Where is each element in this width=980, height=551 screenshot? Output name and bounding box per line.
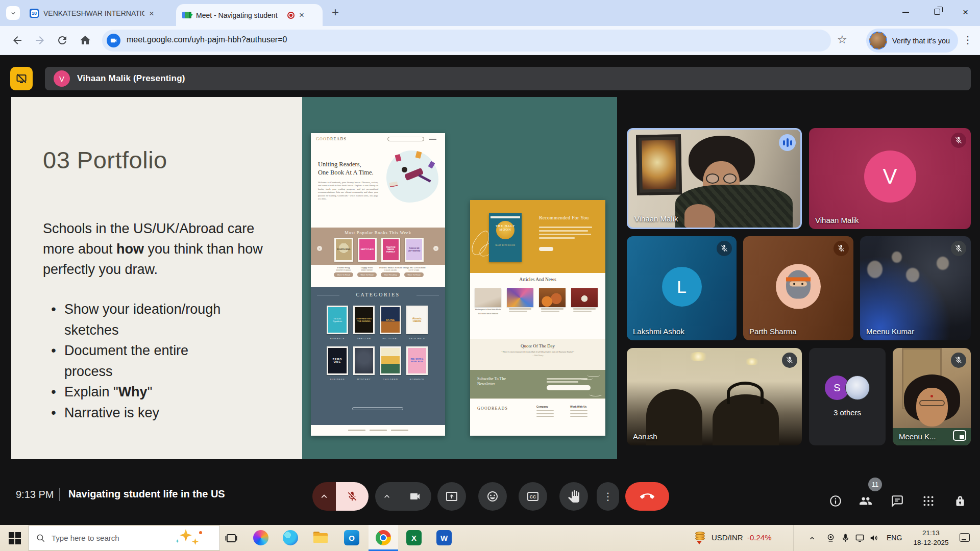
bookmark-star-icon[interactable]: ☆ <box>837 33 847 46</box>
tab-close-icon[interactable]: × <box>149 9 154 18</box>
hero-line1: Uniting Readers, <box>318 161 361 168</box>
book-cover: PRACTICE MAKES PERFECT <box>381 238 400 262</box>
language-indicator[interactable]: ENG <box>887 534 902 542</box>
excel-icon[interactable]: X <box>406 530 422 545</box>
tab-meet-active[interactable]: Meet - Navigating student × <box>176 4 323 26</box>
mic-off-icon <box>717 241 732 256</box>
more-options-button[interactable]: ⋮ <box>597 482 619 511</box>
participant-count-badge: 11 <box>868 478 882 491</box>
info-icon[interactable] <box>829 494 842 508</box>
file-explorer-icon[interactable] <box>313 530 328 545</box>
avatar: V <box>864 151 916 203</box>
reload-icon[interactable] <box>56 34 68 46</box>
home-icon[interactable] <box>79 34 91 46</box>
chat-icon[interactable] <box>891 494 904 508</box>
back-icon[interactable] <box>11 34 23 46</box>
divider <box>59 488 60 501</box>
reactions-button[interactable] <box>478 482 507 511</box>
market-ticker-icon[interactable] <box>694 532 707 544</box>
video-tile-meenu-kumar[interactable]: Meenu Kumar <box>860 236 971 340</box>
popular-header: Most Popular Books This Week <box>311 228 445 235</box>
smile-icon <box>486 490 499 503</box>
camera-control[interactable] <box>375 482 431 511</box>
hidden-icons-chevron-icon[interactable] <box>808 534 816 542</box>
browser-menu-icon[interactable]: ⋮ <box>963 34 973 46</box>
tab-close-icon[interactable]: × <box>299 11 304 19</box>
articles-section: Articles And News Shakespeare's First Fo… <box>470 273 605 339</box>
book-cover: THINGS WE LEFT BEHIND <box>405 238 424 262</box>
popular-books-titles: Fourth WingKRISTEN YARROSWant To Read Ha… <box>311 265 445 287</box>
video-tile-lakshmi[interactable]: L Lakshmi Ashok <box>627 236 737 340</box>
video-tile-parth[interactable]: Parth Sharma <box>743 236 853 340</box>
presentation-paused-icon[interactable] <box>10 67 33 90</box>
tab-calendar[interactable]: 18 VENKATESHWAR INTERNATION × <box>24 5 174 22</box>
mic-options-chevron-icon[interactable] <box>312 482 336 511</box>
video-tile-meenu-k[interactable]: Meenu K... <box>893 348 971 445</box>
google-meet-icon <box>182 12 191 18</box>
profile-chip[interactable]: Verify that it's you <box>866 29 958 53</box>
host-controls-icon[interactable] <box>953 494 967 508</box>
activities-icon[interactable] <box>922 494 935 508</box>
view-catalogue-pill <box>352 407 403 410</box>
goodreads-detail-mockup: THE HALF MOON MARY BETH KEANE Recommende… <box>470 200 605 436</box>
slide-bullets: •Show your ideation/rough sketches •Docu… <box>43 299 224 423</box>
popular-books-section: Most Popular Books This Week ‹ › FOURTH … <box>311 228 445 265</box>
hero-illustration <box>386 151 438 203</box>
video-tile-vihaan-initial[interactable]: V Vihaan Malik <box>809 128 971 229</box>
camera-options-chevron-icon[interactable] <box>375 482 399 511</box>
recommended-header: Recommended For You <box>539 215 596 220</box>
window-restore-button[interactable] <box>934 9 940 15</box>
hand-icon <box>568 490 580 503</box>
window-close-button[interactable]: × <box>963 7 968 18</box>
tray-time: 21:13 <box>908 528 954 538</box>
notification-center-icon[interactable] <box>960 533 970 542</box>
tray-mic-icon[interactable] <box>841 533 850 543</box>
edge-icon[interactable] <box>283 530 298 545</box>
ticker-pair[interactable]: USD/INR <box>712 533 743 542</box>
chrome-icon[interactable] <box>376 530 391 545</box>
video-tile-vihaan-camera[interactable]: Vihaan Malik <box>627 128 802 229</box>
forward-icon[interactable] <box>34 34 46 46</box>
ninja-avatar <box>776 264 821 309</box>
task-view-icon[interactable] <box>225 532 237 544</box>
start-button[interactable] <box>9 532 21 544</box>
video-tile-aarush[interactable]: Aarush <box>627 348 802 445</box>
others-count-label: 3 others <box>809 408 886 417</box>
search-placeholder: Type here to search <box>52 534 119 542</box>
participant-name: Vihaan Malik <box>634 214 678 223</box>
meet-now-icon[interactable] <box>826 533 836 543</box>
mic-off-icon <box>834 241 849 256</box>
captions-button[interactable]: CC <box>519 482 547 511</box>
raise-hand-button[interactable] <box>559 482 588 511</box>
present-button[interactable] <box>437 482 466 511</box>
book-cover: FOURTH WING <box>334 238 353 262</box>
camera-button[interactable] <box>399 482 431 511</box>
captions-icon: CC <box>527 490 539 503</box>
browser-tab-strip: 18 VENKATESHWAR INTERNATION × Meet - Nav… <box>0 0 980 26</box>
tab-search-chevron-icon[interactable] <box>6 6 20 20</box>
outlook-icon[interactable]: O <box>344 530 359 545</box>
ticker-change[interactable]: -0.24% <box>747 533 772 542</box>
clock[interactable]: 21:13 18-12-2025 <box>908 528 954 547</box>
audio-activity-icon <box>779 134 796 151</box>
window-minimize-button[interactable] <box>902 12 909 13</box>
word-icon[interactable]: W <box>436 530 452 545</box>
microphone-control[interactable] <box>312 482 369 511</box>
participant-name: Aarush <box>633 432 657 441</box>
display-icon[interactable] <box>855 533 865 543</box>
new-tab-button[interactable]: + <box>332 5 339 19</box>
volume-icon[interactable] <box>869 533 879 543</box>
video-tile-overflow[interactable]: S 3 others <box>809 348 886 445</box>
search-input[interactable]: Type here to search <box>28 525 220 550</box>
meeting-title: Navigating student life in the US <box>68 488 225 500</box>
participants-icon[interactable] <box>859 494 872 508</box>
end-call-button[interactable] <box>625 482 669 511</box>
mic-off-button[interactable] <box>336 482 369 511</box>
categories-section: CATEGORIES The Love Hypothesis STEPHEN K… <box>311 287 445 425</box>
screen: 18 VENKATESHWAR INTERNATION × Meet - Nav… <box>0 0 980 551</box>
copilot-icon[interactable] <box>253 530 268 545</box>
url-bar[interactable]: meet.google.com/uyh-pajm-hbh?authuser=0 <box>102 30 831 52</box>
picture-in-picture-icon[interactable] <box>953 430 966 441</box>
avatar <box>845 375 870 400</box>
recording-indicator-icon <box>287 12 295 19</box>
